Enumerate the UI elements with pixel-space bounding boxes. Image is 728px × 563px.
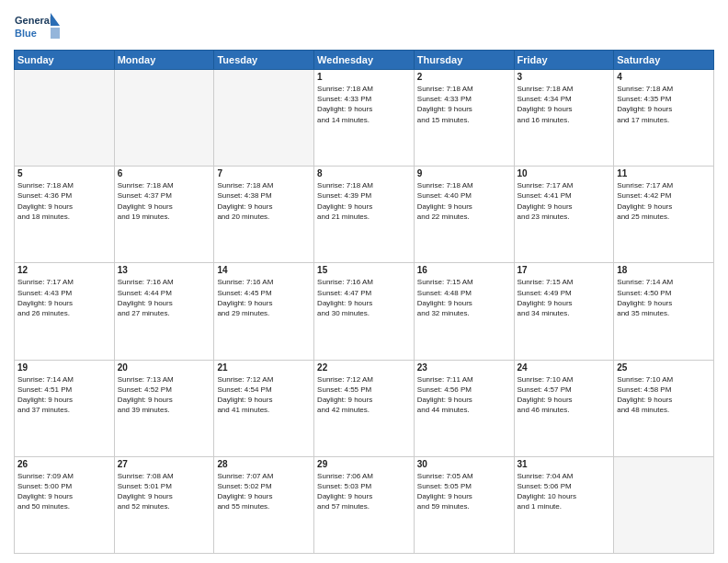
- day-number: 5: [17, 168, 111, 178]
- day-info: Sunrise: 7:12 AM Sunset: 4:54 PM Dayligh…: [217, 374, 311, 416]
- day-info: Sunrise: 7:12 AM Sunset: 4:55 PM Dayligh…: [317, 374, 411, 416]
- day-info: Sunrise: 7:13 AM Sunset: 4:52 PM Dayligh…: [118, 374, 211, 416]
- day-info: Sunrise: 7:15 AM Sunset: 4:49 PM Dayligh…: [518, 277, 611, 318]
- day-number: 20: [118, 362, 211, 373]
- calendar-cell: 13Sunrise: 7:16 AM Sunset: 4:44 PM Dayli…: [114, 263, 214, 360]
- day-number: 19: [17, 362, 111, 373]
- calendar-cell: 21Sunrise: 7:12 AM Sunset: 4:54 PM Dayli…: [214, 360, 314, 456]
- calendar-cell: [614, 456, 714, 553]
- svg-text:General: General: [15, 15, 52, 26]
- day-info: Sunrise: 7:09 AM Sunset: 5:00 PM Dayligh…: [17, 471, 111, 512]
- calendar-cell: 10Sunrise: 7:17 AM Sunset: 4:41 PM Dayli…: [514, 167, 614, 263]
- calendar-cell: 8Sunrise: 7:18 AM Sunset: 4:39 PM Daylig…: [314, 167, 415, 263]
- calendar-week-row: 19Sunrise: 7:14 AM Sunset: 4:51 PM Dayli…: [15, 360, 714, 456]
- day-number: 22: [317, 362, 411, 373]
- day-info: Sunrise: 7:18 AM Sunset: 4:33 PM Dayligh…: [417, 84, 511, 125]
- calendar-cell: 5Sunrise: 7:18 AM Sunset: 4:36 PM Daylig…: [15, 167, 115, 263]
- calendar-cell: 20Sunrise: 7:13 AM Sunset: 4:52 PM Dayli…: [114, 360, 214, 456]
- day-number: 14: [217, 265, 311, 275]
- day-number: 7: [217, 168, 311, 178]
- weekday-header: Sunday: [15, 51, 115, 70]
- calendar-cell: 29Sunrise: 7:06 AM Sunset: 5:03 PM Dayli…: [314, 456, 415, 553]
- header: General Blue: [14, 9, 714, 44]
- day-info: Sunrise: 7:08 AM Sunset: 5:01 PM Dayligh…: [118, 471, 211, 512]
- day-info: Sunrise: 7:04 AM Sunset: 5:06 PM Dayligh…: [518, 471, 611, 512]
- day-info: Sunrise: 7:11 AM Sunset: 4:56 PM Dayligh…: [417, 374, 511, 416]
- day-number: 24: [518, 362, 611, 373]
- day-number: 13: [118, 265, 211, 275]
- day-info: Sunrise: 7:17 AM Sunset: 4:42 PM Dayligh…: [617, 180, 711, 222]
- day-number: 9: [417, 168, 511, 178]
- calendar-cell: 18Sunrise: 7:14 AM Sunset: 4:50 PM Dayli…: [614, 263, 714, 360]
- calendar-cell: 6Sunrise: 7:18 AM Sunset: 4:37 PM Daylig…: [114, 167, 214, 263]
- day-number: 30: [417, 459, 511, 469]
- calendar-cell: 11Sunrise: 7:17 AM Sunset: 4:42 PM Dayli…: [614, 167, 714, 263]
- weekday-header: Friday: [514, 51, 614, 70]
- calendar-cell: 19Sunrise: 7:14 AM Sunset: 4:51 PM Dayli…: [15, 360, 115, 456]
- day-number: 25: [617, 362, 711, 373]
- calendar-week-row: 1Sunrise: 7:18 AM Sunset: 4:33 PM Daylig…: [15, 70, 714, 167]
- day-number: 18: [617, 265, 711, 275]
- logo-svg: General Blue: [14, 9, 60, 44]
- day-number: 26: [17, 459, 111, 469]
- calendar-week-row: 5Sunrise: 7:18 AM Sunset: 4:36 PM Daylig…: [15, 167, 714, 263]
- day-info: Sunrise: 7:06 AM Sunset: 5:03 PM Dayligh…: [317, 471, 411, 512]
- day-number: 23: [417, 362, 511, 373]
- day-number: 31: [518, 459, 611, 469]
- weekday-header: Monday: [114, 51, 214, 70]
- calendar-table: SundayMondayTuesdayWednesdayThursdayFrid…: [14, 50, 714, 554]
- day-info: Sunrise: 7:14 AM Sunset: 4:51 PM Dayligh…: [17, 374, 111, 416]
- calendar-cell: 1Sunrise: 7:18 AM Sunset: 4:33 PM Daylig…: [314, 70, 415, 167]
- calendar-cell: [214, 70, 314, 167]
- calendar-cell: 15Sunrise: 7:16 AM Sunset: 4:47 PM Dayli…: [314, 263, 415, 360]
- weekday-header: Saturday: [614, 51, 714, 70]
- calendar-cell: 26Sunrise: 7:09 AM Sunset: 5:00 PM Dayli…: [15, 456, 115, 553]
- day-number: 10: [518, 168, 611, 178]
- day-info: Sunrise: 7:17 AM Sunset: 4:41 PM Dayligh…: [518, 180, 611, 222]
- day-info: Sunrise: 7:10 AM Sunset: 4:57 PM Dayligh…: [518, 374, 611, 416]
- calendar-cell: 27Sunrise: 7:08 AM Sunset: 5:01 PM Dayli…: [114, 456, 214, 553]
- day-number: 17: [518, 265, 611, 275]
- day-info: Sunrise: 7:17 AM Sunset: 4:43 PM Dayligh…: [17, 277, 111, 318]
- day-number: 2: [417, 72, 511, 82]
- day-info: Sunrise: 7:14 AM Sunset: 4:50 PM Dayligh…: [617, 277, 711, 318]
- day-number: 3: [518, 72, 611, 82]
- calendar-cell: 4Sunrise: 7:18 AM Sunset: 4:35 PM Daylig…: [614, 70, 714, 167]
- weekday-header: Wednesday: [314, 51, 415, 70]
- day-info: Sunrise: 7:16 AM Sunset: 4:47 PM Dayligh…: [317, 277, 411, 318]
- day-info: Sunrise: 7:18 AM Sunset: 4:36 PM Dayligh…: [17, 180, 111, 222]
- day-number: 8: [317, 168, 411, 178]
- calendar-cell: 2Sunrise: 7:18 AM Sunset: 4:33 PM Daylig…: [414, 70, 514, 167]
- day-info: Sunrise: 7:16 AM Sunset: 4:44 PM Dayligh…: [118, 277, 211, 318]
- calendar-cell: 16Sunrise: 7:15 AM Sunset: 4:48 PM Dayli…: [414, 263, 514, 360]
- svg-marker-3: [51, 28, 60, 39]
- day-info: Sunrise: 7:18 AM Sunset: 4:40 PM Dayligh…: [417, 180, 511, 222]
- day-number: 21: [217, 362, 311, 373]
- day-number: 6: [118, 168, 211, 178]
- day-number: 12: [17, 265, 111, 275]
- day-number: 29: [317, 459, 411, 469]
- day-number: 1: [317, 72, 411, 82]
- weekday-header: Tuesday: [214, 51, 314, 70]
- day-info: Sunrise: 7:07 AM Sunset: 5:02 PM Dayligh…: [217, 471, 311, 512]
- calendar-week-row: 12Sunrise: 7:17 AM Sunset: 4:43 PM Dayli…: [15, 263, 714, 360]
- calendar-header-row: SundayMondayTuesdayWednesdayThursdayFrid…: [15, 51, 714, 70]
- day-number: 27: [118, 459, 211, 469]
- day-number: 4: [617, 72, 711, 82]
- calendar-week-row: 26Sunrise: 7:09 AM Sunset: 5:00 PM Dayli…: [15, 456, 714, 553]
- day-info: Sunrise: 7:18 AM Sunset: 4:39 PM Dayligh…: [317, 180, 411, 222]
- weekday-header: Thursday: [414, 51, 514, 70]
- calendar-cell: 24Sunrise: 7:10 AM Sunset: 4:57 PM Dayli…: [514, 360, 614, 456]
- calendar-cell: 17Sunrise: 7:15 AM Sunset: 4:49 PM Dayli…: [514, 263, 614, 360]
- day-info: Sunrise: 7:10 AM Sunset: 4:58 PM Dayligh…: [617, 374, 711, 416]
- day-number: 16: [417, 265, 511, 275]
- calendar-cell: 30Sunrise: 7:05 AM Sunset: 5:05 PM Dayli…: [414, 456, 514, 553]
- day-number: 11: [617, 168, 711, 178]
- day-info: Sunrise: 7:18 AM Sunset: 4:34 PM Dayligh…: [518, 84, 611, 125]
- day-info: Sunrise: 7:05 AM Sunset: 5:05 PM Dayligh…: [417, 471, 511, 512]
- day-info: Sunrise: 7:18 AM Sunset: 4:38 PM Dayligh…: [217, 180, 311, 222]
- day-number: 15: [317, 265, 411, 275]
- day-number: 28: [217, 459, 311, 469]
- calendar-cell: [114, 70, 214, 167]
- calendar-cell: 23Sunrise: 7:11 AM Sunset: 4:56 PM Dayli…: [414, 360, 514, 456]
